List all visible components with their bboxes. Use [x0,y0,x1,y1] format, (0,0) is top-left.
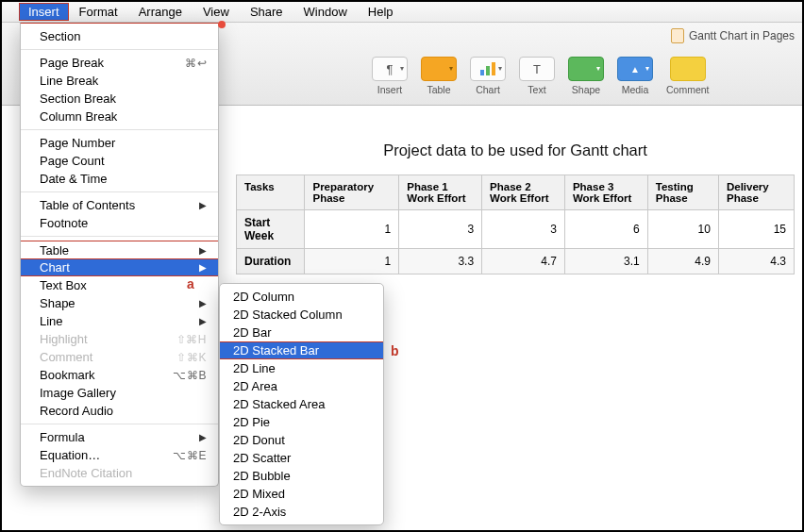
menu-item-equation-[interactable]: Equation…⌥⌘E [21,446,218,464]
menu-item-label: Table of Contents [40,198,135,212]
chart-type-2d-2-axis[interactable]: 2D 2-Axis [220,503,383,521]
document-title: Project data to be used for Gantt chart [236,141,795,159]
media-icon: ▲▾ [617,57,653,81]
column-header: Phase 1 Work Effort [399,175,482,210]
toolbar-label: Chart [476,84,500,95]
annotation-dot [218,21,226,28]
menu-item-footnote[interactable]: Footnote [21,214,218,232]
chart-type-2d-area[interactable]: 2D Area [220,377,383,395]
menu-item-label: Footnote [40,216,88,230]
toolbar-chart-button[interactable]: ▾Chart [470,57,506,95]
chart-type-2d-stacked-bar[interactable]: 2D Stacked Bar [220,341,383,359]
table-cell: 4.3 [718,249,794,274]
insert-menu-dropdown: SectionPage Break⌘↩Line BreakSection Bre… [20,23,219,487]
menu-item-chart[interactable]: Chart▶ [21,258,218,276]
menu-item-endnote-citation: EndNote Citation [21,464,218,482]
row-label: Duration [237,249,305,274]
table-cell: 3.1 [564,249,647,274]
chart-type-2d-donut[interactable]: 2D Donut [220,431,383,449]
menu-item-table-of-contents[interactable]: Table of Contents▶ [21,196,218,214]
chart-type-2d-scatter[interactable]: 2D Scatter [220,449,383,467]
toolbar-label: Shape [572,84,600,95]
toolbar-table-button[interactable]: ▾Table [421,57,457,95]
menu-item-formula[interactable]: Formula▶ [21,428,218,446]
menu-item-table[interactable]: Table▶ [21,241,218,258]
menu-item-column-break[interactable]: Column Break [21,108,218,125]
submenu-arrow-icon: ▶ [199,432,207,442]
menu-item-label: Section [40,29,80,43]
column-header: Testing Phase [647,175,718,210]
chart-type-2d-column[interactable]: 2D Column [220,288,383,306]
table-cell: 3.3 [399,249,482,274]
chart-type-2d-mixed[interactable]: 2D Mixed [220,485,383,503]
menu-separator [21,191,218,192]
menu-item-date-time[interactable]: Date & Time [21,170,218,188]
menu-item-label: Comment [40,350,92,364]
toolbar-label: Table [427,84,450,95]
menu-view[interactable]: View [193,3,240,21]
menu-item-label: Shape [40,296,75,310]
toolbar-media-button[interactable]: ▲▾Media [617,57,653,95]
chart-submenu: 2D Column2D Stacked Column2D Bar2D Stack… [219,283,384,525]
menu-separator [21,424,218,424]
menu-item-section[interactable]: Section [21,27,218,45]
chart-type-2d-stacked-area[interactable]: 2D Stacked Area [220,395,383,413]
menu-item-page-count[interactable]: Page Count [21,152,218,170]
menu-item-image-gallery[interactable]: Image Gallery [21,384,218,402]
menu-help[interactable]: Help [358,3,404,21]
chart-type-2d-pie[interactable]: 2D Pie [220,413,383,431]
menu-item-record-audio[interactable]: Record Audio [21,402,218,420]
shape-icon: ▾ [568,57,604,81]
menu-format[interactable]: Format [69,3,128,21]
menu-item-line[interactable]: Line▶ [21,312,218,330]
menu-item-bookmark[interactable]: Bookmark⌥⌘B [21,366,218,384]
menu-insert[interactable]: Insert [19,3,69,21]
table-cell: 3 [399,210,482,249]
column-header: Preparatory Phase [305,175,399,210]
menu-item-page-number[interactable]: Page Number [21,134,218,152]
table-row: Duration13.34.73.14.94.3 [237,249,795,274]
menu-share[interactable]: Share [240,3,293,21]
toolbar-shape-button[interactable]: ▾Shape [568,57,604,95]
chart-type-2d-line[interactable]: 2D Line [220,359,383,377]
menu-item-label: Chart [40,260,70,274]
menu-arrange[interactable]: Arrange [128,3,193,21]
menu-item-label: Equation… [40,448,100,462]
chart-type-2d-bubble[interactable]: 2D Bubble [220,467,383,485]
menu-item-shape[interactable]: Shape▶ [21,294,218,312]
menu-item-label: Page Break [40,56,104,70]
menu-separator [21,236,218,237]
table-row: Start Week13361015 [237,210,795,249]
table-cell: 1 [305,249,399,274]
toolbar-insert-button[interactable]: ¶▾Insert [372,57,408,95]
menu-item-line-break[interactable]: Line Break [21,72,218,90]
menu-shortcut: ⌥⌘E [173,449,207,462]
menu-item-label: Column Break [40,109,117,124]
column-header: Phase 3 Work Effort [564,175,647,210]
window-title: Gantt Chart in Pages [689,29,795,42]
menu-shortcut: ⇧⌘K [176,351,207,364]
menu-item-highlight: Highlight⇧⌘H [21,330,218,348]
toolbar-text-button[interactable]: TText [519,57,555,95]
chart-icon: ▾ [470,57,506,81]
menu-item-section-break[interactable]: Section Break [21,90,218,108]
chart-type-2d-stacked-column[interactable]: 2D Stacked Column [220,306,383,324]
table-header-row: TasksPreparatory PhasePhase 1 Work Effor… [237,175,795,210]
menu-item-label: Highlight [40,332,88,346]
table-cell: 1 [305,210,399,249]
menu-item-label: Image Gallery [40,386,116,400]
menu-window[interactable]: Window [293,3,358,21]
menu-item-label: Table [40,243,69,258]
menu-item-page-break[interactable]: Page Break⌘↩ [21,54,218,72]
pages-document-icon [671,28,684,43]
project-data-table: TasksPreparatory PhasePhase 1 Work Effor… [236,175,795,274]
text-icon: T [519,57,555,81]
submenu-arrow-icon: ▶ [199,316,207,326]
annotation-label-a: a [187,276,194,291]
menu-separator [21,49,218,50]
column-header: Phase 2 Work Effort [482,175,565,210]
chart-type-2d-bar[interactable]: 2D Bar [220,324,383,341]
menu-shortcut: ⌥⌘B [173,369,207,382]
toolbar-comment-button[interactable]: Comment [666,57,710,95]
submenu-arrow-icon: ▶ [199,200,207,210]
